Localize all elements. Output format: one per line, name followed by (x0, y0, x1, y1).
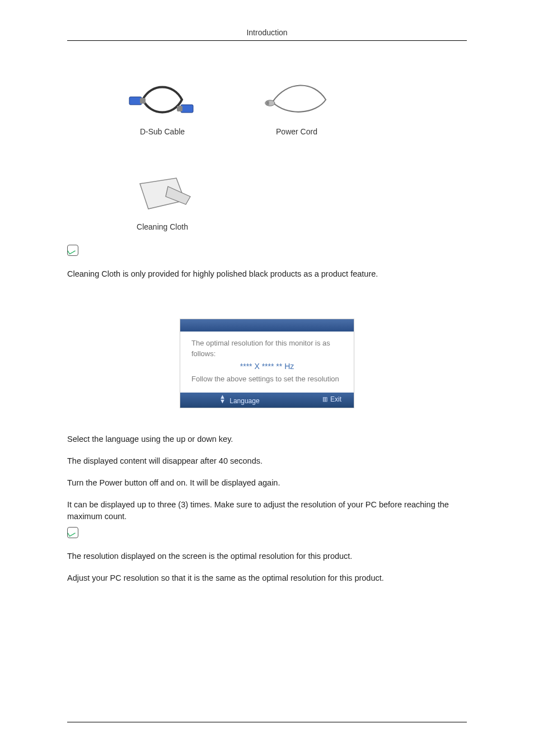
cleaning-cloth-note: Cleaning Cloth is only provided for high… (67, 268, 467, 280)
power-cord-caption: Power Cord (276, 127, 317, 136)
osd-line2: Follow the above settings to set the res… (191, 374, 343, 385)
up-down-icon: ▲▼ (219, 394, 226, 403)
item-cleaning-cloth: Cleaning Cloth (118, 175, 207, 231)
svg-rect-2 (181, 105, 193, 113)
osd-titlebar (180, 319, 354, 332)
note-icon (67, 527, 78, 538)
power-cord-image (260, 80, 333, 119)
osd-language-button[interactable]: ▲▼ Language (219, 394, 260, 405)
para-adjust-resolution: Adjust your PC resolution so that it is … (67, 572, 467, 584)
osd-dialog: The optimal resolution for this monitor … (180, 319, 354, 408)
osd-footer: ▲▼ Language ▥ Exit (180, 393, 354, 408)
osd-body: The optimal resolution for this monitor … (180, 332, 354, 393)
dsub-cable-image (126, 80, 199, 119)
osd-exit-button[interactable]: ▥ Exit (322, 395, 341, 403)
para-three-times: It can be displayed up to three (3) time… (67, 499, 467, 522)
dsub-cable-caption: D-Sub Cable (140, 127, 185, 136)
items-row-1: D-Sub Cable Power Cord (118, 80, 467, 136)
para-power-button: Turn the Power button off and on. It wil… (67, 477, 467, 489)
svg-rect-5 (266, 101, 269, 105)
header-divider (67, 40, 467, 41)
osd-line1: The optimal resolution for this monitor … (191, 338, 343, 360)
osd-resolution-value: **** X **** ** Hz (191, 361, 343, 372)
osd-language-label: Language (229, 397, 259, 405)
items-row-2: Cleaning Cloth (118, 175, 467, 231)
svg-rect-0 (129, 97, 142, 105)
para-optimal-resolution: The resolution displayed on the screen i… (67, 550, 467, 562)
item-dsub-cable: D-Sub Cable (118, 80, 207, 136)
para-select-language: Select the language using the up or down… (67, 433, 467, 445)
footer-divider (67, 722, 467, 722)
cleaning-cloth-caption: Cleaning Cloth (137, 222, 188, 231)
note-icon (67, 245, 78, 256)
cleaning-cloth-image (126, 175, 199, 214)
item-power-cord: Power Cord (252, 80, 341, 136)
svg-rect-3 (177, 106, 182, 111)
page-header: Introduction (67, 28, 467, 40)
osd-exit-label: Exit (330, 395, 341, 403)
para-disappear: The displayed content will disappear aft… (67, 455, 467, 467)
exit-icon: ▥ (322, 396, 327, 402)
svg-rect-1 (140, 98, 146, 104)
